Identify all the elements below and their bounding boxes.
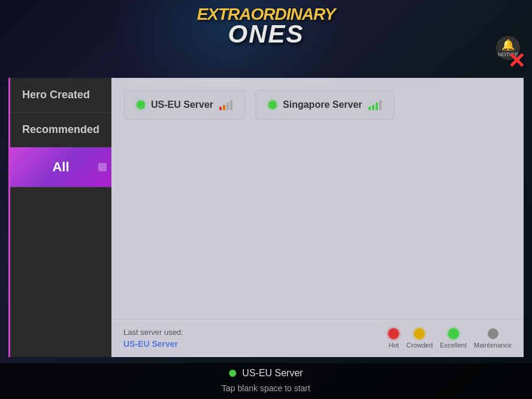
signal-bar-s3 <box>376 102 378 110</box>
signal-bar-s4 <box>379 100 382 110</box>
legend-dot-hot <box>388 328 399 339</box>
server-legend: Hot Crowded Excellent Maintenance <box>388 328 512 349</box>
bottom-server-dot <box>229 370 236 377</box>
close-button[interactable]: ✕ <box>503 48 530 74</box>
legend-dot-maintenance <box>488 328 498 339</box>
last-server-label: Last server used: <box>123 328 183 337</box>
legend-label-crowded: Crowded <box>406 341 433 349</box>
legend-dot-excellent <box>448 328 459 339</box>
legend-excellent: Excellent <box>440 328 467 349</box>
close-icon: ✕ <box>507 50 525 72</box>
signal-bar-2 <box>223 105 225 110</box>
sidebar-item-hero-created[interactable]: Hero Created <box>10 78 111 113</box>
game-logo: EXTRAORDINARY ONES <box>197 6 335 46</box>
tap-hint[interactable]: Tap blank space to start <box>222 383 310 393</box>
signal-bar-s2 <box>372 105 374 110</box>
sidebar-item-recommended[interactable]: Recommended <box>10 113 111 147</box>
sidebar: Hero Created Recommended All <box>8 78 111 357</box>
last-server-info: Last server used: US-EU Server <box>123 328 183 349</box>
bottom-bar: US-EU Server Tap blank space to start <box>0 363 532 399</box>
server-name-singapore: Singapore Server <box>283 99 362 110</box>
legend-hot: Hot <box>388 328 399 349</box>
signal-bars-singapore <box>368 99 382 110</box>
legend-dot-crowded <box>414 328 425 339</box>
server-status-dot-us-eu <box>137 101 145 109</box>
server-name-us-eu: US-EU Server <box>151 99 213 110</box>
server-select-dialog: Hero Created Recommended All ✕ US-EU Ser… <box>8 78 524 357</box>
server-card-us-eu[interactable]: US-EU Server <box>123 90 246 120</box>
legend-label-maintenance: Maintenance <box>474 341 512 349</box>
content-panel: ✕ US-EU Server Singapore Server <box>111 78 524 357</box>
legend-crowded: Crowded <box>406 328 433 349</box>
signal-bars-us-eu <box>219 99 232 110</box>
legend-maintenance: Maintenance <box>474 328 512 349</box>
last-server-name-link[interactable]: US-EU Server <box>123 339 183 349</box>
bottom-server-name: US-EU Server <box>242 368 303 379</box>
logo-main-text: ONES <box>197 23 335 46</box>
signal-bar-4 <box>230 100 232 110</box>
signal-bar-s1 <box>368 107 371 110</box>
server-card-singapore[interactable]: Singapore Server <box>255 90 395 120</box>
signal-bar-1 <box>219 107 222 110</box>
server-status-dot-singapore <box>268 101 277 109</box>
sidebar-item-all[interactable]: All <box>10 147 111 188</box>
content-footer: Last server used: US-EU Server Hot Crowd… <box>111 319 524 357</box>
signal-bar-3 <box>226 102 229 110</box>
legend-label-hot: Hot <box>389 341 399 349</box>
servers-area: US-EU Server Singapore Server <box>111 78 524 319</box>
legend-label-excellent: Excellent <box>440 341 467 349</box>
